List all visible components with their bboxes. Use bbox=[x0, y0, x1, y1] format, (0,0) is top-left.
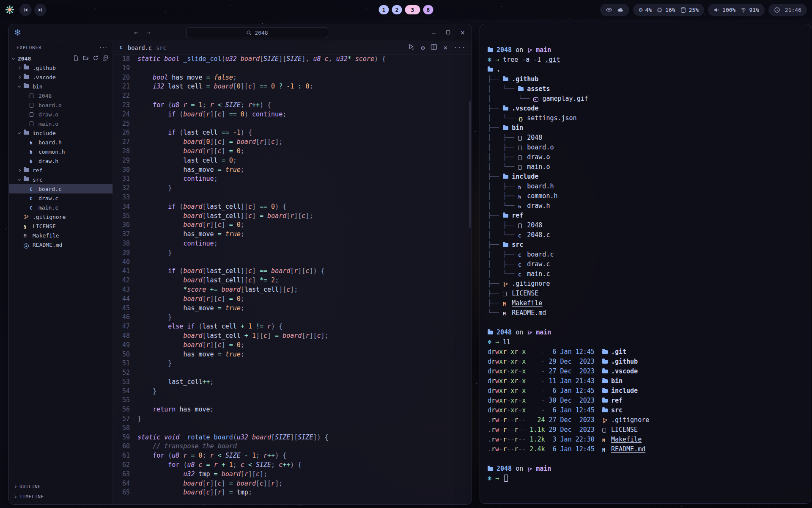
code-line[interactable]: continue; bbox=[137, 174, 472, 184]
code-line[interactable]: bool has_move = false; bbox=[137, 73, 472, 83]
code-line[interactable]: continue; bbox=[137, 239, 472, 248]
code-line[interactable] bbox=[137, 258, 472, 267]
code-line[interactable]: // transpose the board bbox=[137, 442, 472, 451]
more-actions-button[interactable]: ··· bbox=[453, 44, 466, 52]
refresh-button[interactable] bbox=[93, 55, 99, 62]
workspace-1[interactable]: 1 bbox=[379, 5, 389, 14]
workspace-3[interactable]: 3 bbox=[405, 5, 420, 14]
code-editor[interactable]: 1819202122232425262728293031323334353637… bbox=[113, 55, 472, 504]
code-line[interactable]: board[last_cell][c] = board[r][c]; bbox=[137, 212, 472, 221]
code-line[interactable]: board[last_cell][c] *= 2; bbox=[137, 276, 472, 285]
explorer-item--vscode[interactable]: .vscode bbox=[9, 72, 112, 82]
explorer-item-ref[interactable]: ref bbox=[9, 166, 112, 175]
explorer-item-draw-c[interactable]: Cdraw.c bbox=[9, 193, 112, 203]
explorer-item-draw-h[interactable]: hdraw.h bbox=[9, 156, 112, 166]
sidebar-section-timeline[interactable]: TIMELINE bbox=[13, 491, 112, 502]
code-line[interactable]: has_move = true; bbox=[137, 304, 472, 313]
explorer-item-2048[interactable]: 2048 bbox=[9, 91, 112, 100]
explorer-item-board-c[interactable]: Cboard.c bbox=[9, 184, 112, 193]
code-line[interactable]: } bbox=[137, 414, 472, 424]
code-line[interactable] bbox=[137, 424, 472, 433]
code-line[interactable]: for (u8 r = 0; r < SIZE - 1; r++) { bbox=[137, 451, 472, 461]
workspace-8[interactable]: 8 bbox=[423, 5, 433, 14]
close-editor-button[interactable]: × bbox=[443, 44, 447, 52]
explorer-item-common-h[interactable]: hcommon.h bbox=[9, 147, 112, 156]
nav-back-button[interactable]: ← bbox=[134, 29, 138, 36]
tab-board-c[interactable]: C board.c src bbox=[120, 44, 166, 51]
code-line[interactable]: has_move = true; bbox=[137, 166, 472, 175]
code-line[interactable]: } bbox=[137, 248, 472, 258]
new-file-button[interactable] bbox=[73, 55, 79, 62]
weather-widget[interactable] bbox=[600, 4, 629, 16]
editor-scrollbar[interactable] bbox=[469, 101, 471, 228]
skip-back-button[interactable] bbox=[19, 4, 32, 16]
code-line[interactable]: board[r][c] = board[c][r]; bbox=[137, 479, 472, 489]
code-line[interactable]: board[r][c] = 0; bbox=[137, 295, 472, 304]
code-line[interactable]: if (board[r][c] == 0) continue; bbox=[137, 110, 472, 119]
explorer-item-board-o[interactable]: board.o bbox=[9, 100, 112, 110]
explorer-more-button[interactable]: ··· bbox=[99, 45, 107, 50]
code-line[interactable]: has_move = true; bbox=[137, 350, 472, 359]
explorer-item--gitignore[interactable]: .gitignore bbox=[9, 212, 112, 221]
wifi-stat[interactable]: 91% bbox=[740, 7, 759, 13]
new-folder-button[interactable] bbox=[83, 55, 89, 62]
command-center-search[interactable]: 2048 bbox=[186, 27, 328, 38]
volume-stat[interactable]: 100% bbox=[713, 7, 735, 13]
code-line[interactable]: if (board[last_cell][c] == board[r][c]) … bbox=[137, 267, 472, 276]
code-line[interactable]: static void _rotate_board(u32 board[SIZE… bbox=[137, 433, 472, 442]
code-line[interactable] bbox=[137, 64, 472, 73]
code-line[interactable]: for (u8 c = r + 1; c < SIZE; c++) { bbox=[137, 461, 472, 470]
code-line[interactable]: has_move = true; bbox=[137, 230, 472, 239]
code-line[interactable]: u32 tmp = board[r][c]; bbox=[137, 470, 472, 479]
minimize-button[interactable]: – bbox=[432, 29, 435, 36]
terminal-command[interactable]: ❄ → tree -a -I .git bbox=[488, 55, 803, 65]
code-line[interactable]: } bbox=[137, 313, 472, 322]
code-line[interactable]: board[r][c] = 0; bbox=[137, 341, 472, 350]
code-line[interactable]: i32 last_cell = board[0][c] == 0 ? -1 : … bbox=[137, 82, 472, 91]
explorer-item-main-c[interactable]: Cmain.c bbox=[9, 203, 112, 212]
code-line[interactable]: board[last_cell + 1][c] = board[r][c]; bbox=[137, 331, 472, 341]
maximize-button[interactable] bbox=[446, 29, 450, 36]
code-line[interactable]: board[r][c] = 0; bbox=[137, 221, 472, 230]
workspace-2[interactable]: 2 bbox=[392, 5, 402, 14]
explorer-item-2048[interactable]: 2048 bbox=[9, 54, 112, 63]
code-line[interactable]: board[0][c] = board[r][c]; bbox=[137, 138, 472, 147]
run-code-button[interactable] bbox=[408, 44, 415, 52]
close-button[interactable]: × bbox=[461, 28, 465, 37]
terminal-command[interactable]: ❄ → bbox=[488, 474, 803, 483]
code-line[interactable]: last_cell++; bbox=[137, 378, 472, 387]
editor-settings-button[interactable]: ⚙ bbox=[421, 44, 425, 52]
nav-forward-button[interactable]: → bbox=[146, 29, 150, 36]
code-line[interactable] bbox=[137, 368, 472, 378]
explorer-item-src[interactable]: src bbox=[9, 175, 112, 184]
code-line[interactable]: return has_move; bbox=[137, 405, 472, 414]
terminal-command[interactable]: ❄ → ll bbox=[488, 337, 803, 347]
explorer-item-bin[interactable]: bin bbox=[9, 82, 112, 91]
explorer-item-board-h[interactable]: hboard.h bbox=[9, 138, 112, 147]
code-line[interactable] bbox=[137, 119, 472, 129]
explorer-item-include[interactable]: include bbox=[9, 128, 112, 138]
code-line[interactable]: if (last_cell == -1) { bbox=[137, 128, 472, 138]
editor-titlebar[interactable]: ← → 2048 – × bbox=[9, 24, 472, 41]
collapse-all-button[interactable] bbox=[102, 55, 108, 62]
code-line[interactable]: if (board[last_cell][c] == 0) { bbox=[137, 202, 472, 212]
skip-forward-button[interactable] bbox=[34, 4, 47, 16]
code-line[interactable]: for (u8 r = 1; r < SIZE; r++) { bbox=[137, 101, 472, 110]
code-line[interactable]: } bbox=[137, 359, 472, 368]
explorer-item-draw-o[interactable]: draw.o bbox=[9, 110, 112, 119]
code-line[interactable]: board[r][c] = 0; bbox=[137, 147, 472, 156]
code-line[interactable]: } bbox=[137, 184, 472, 193]
explorer-item-readme-md[interactable]: iREADME.md bbox=[9, 240, 112, 249]
code-line[interactable]: last_cell = 0; bbox=[137, 156, 472, 166]
code-line[interactable]: else if (last_cell + 1 != r) { bbox=[137, 322, 472, 331]
terminal-window[interactable]: 2048 on main❄ → tree -a -I .git.├── .git… bbox=[480, 24, 811, 504]
code-line[interactable]: *score += board[last_cell][c]; bbox=[137, 285, 472, 295]
split-editor-button[interactable] bbox=[431, 44, 437, 52]
code-line[interactable] bbox=[137, 193, 472, 202]
code-line[interactable] bbox=[137, 396, 472, 405]
code-line[interactable]: board[c][r] = tmp; bbox=[137, 488, 472, 497]
code-lines[interactable]: static bool _slide_col(u32 board[SIZE][S… bbox=[137, 55, 472, 504]
sidebar-section-outline[interactable]: OUTLINE bbox=[13, 481, 112, 491]
explorer-item-main-o[interactable]: main.o bbox=[9, 119, 112, 128]
code-line[interactable] bbox=[137, 91, 472, 101]
